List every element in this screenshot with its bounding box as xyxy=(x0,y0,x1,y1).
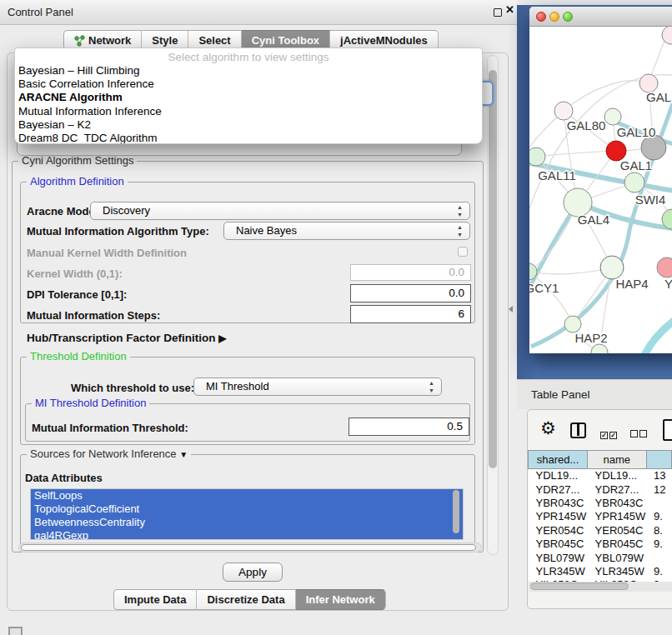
attribute-list-item[interactable]: BetweennessCentrality xyxy=(31,516,463,529)
new-table-icon[interactable] xyxy=(663,419,672,441)
manual-kernel-checkbox[interactable] xyxy=(458,247,468,257)
select-all-icon[interactable]: ✓✓ xyxy=(600,426,619,441)
table-cell[interactable] xyxy=(646,496,671,509)
table-cell[interactable]: 9. xyxy=(646,564,671,578)
network-edge[interactable] xyxy=(564,81,649,111)
table-row[interactable]: YPR145WYPR145W9. xyxy=(529,510,672,523)
table-cell[interactable]: YDL19... xyxy=(529,469,588,482)
apply-button[interactable]: Apply xyxy=(223,562,283,582)
network-node[interactable] xyxy=(529,148,545,166)
attribute-list-item[interactable]: SelfLoops xyxy=(31,489,463,502)
table-cell[interactable] xyxy=(646,551,671,564)
algorithm-option[interactable]: Dream8 DC_TDC Algorithm xyxy=(15,132,482,144)
network-node-label: GAL80 xyxy=(567,118,606,132)
sources-legend[interactable]: Sources for Network Inference ▼ xyxy=(27,448,191,460)
tab-discretize-data[interactable]: Discretize Data xyxy=(197,589,295,610)
network-window-titlebar[interactable] xyxy=(529,7,672,27)
column-header-extra[interactable] xyxy=(646,451,671,469)
table-cell[interactable]: 13 xyxy=(646,469,671,482)
network-canvas[interactable]: GALGAL80GAL10GAL1GAL11SWI4GAL4GCY1HAP4YH… xyxy=(529,27,672,353)
network-node[interactable] xyxy=(554,102,573,120)
attributes-scrollbar-thumb[interactable] xyxy=(453,490,459,533)
network-node[interactable] xyxy=(564,316,581,332)
table-cell[interactable]: YBL079W xyxy=(588,551,647,564)
network-node-label: GCY1 xyxy=(529,281,559,295)
network-node[interactable] xyxy=(600,256,624,279)
table-row[interactable]: YLR345WYLR345W9. xyxy=(529,564,672,578)
table-cell[interactable]: YPR145W xyxy=(529,510,588,523)
table-cell[interactable]: YDR27... xyxy=(529,482,588,496)
algorithm-option[interactable]: Mutual Information Inference xyxy=(15,105,482,118)
table-row[interactable]: YDR27...YDR27...12 xyxy=(529,482,672,496)
algorithm-option[interactable]: Basic Correlation Inference xyxy=(15,78,482,91)
kernel-width-field[interactable]: 0.0 xyxy=(350,264,471,281)
gear-icon[interactable]: ⚙ xyxy=(540,418,556,438)
network-edge[interactable] xyxy=(529,272,573,324)
close-panel-icon[interactable]: ✕ xyxy=(505,3,514,16)
mi-steps-field[interactable]: 6 xyxy=(350,305,471,323)
network-node[interactable] xyxy=(624,172,644,192)
table-cell[interactable]: YLR345W xyxy=(529,564,588,578)
network-edge[interactable] xyxy=(644,317,672,353)
table-cell[interactable]: YER054C xyxy=(529,523,588,537)
table-row[interactable]: YDL19...YDL19...13 xyxy=(529,469,672,482)
algorithm-option[interactable]: Bayesian – K2 xyxy=(15,118,482,132)
sources-hscrollbar[interactable] xyxy=(18,542,482,552)
control-panel-titlebar: Control Panel ✕ xyxy=(0,0,517,25)
network-edge[interactable] xyxy=(536,151,616,157)
table-cell[interactable]: YLR345W xyxy=(588,564,647,578)
minimized-panel-icon[interactable] xyxy=(8,627,23,635)
table-cell[interactable]: YDR27... xyxy=(588,482,647,496)
network-node[interactable] xyxy=(662,27,672,44)
sources-hscrollbar-thumb[interactable] xyxy=(21,544,476,551)
network-graph: GALGAL80GAL10GAL1GAL11SWI4GAL4GCY1HAP4YH… xyxy=(529,27,672,353)
tab-impute-data[interactable]: Impute Data xyxy=(113,589,197,610)
algorithm-option[interactable]: Bayesian – Hill Climbing xyxy=(15,64,482,78)
table-cell[interactable]: YBR045C xyxy=(529,537,588,550)
mi-type-select[interactable]: Naive Bayes ▲▼ xyxy=(223,222,470,240)
panel-scrollbar-thumb[interactable] xyxy=(489,70,497,468)
algorithm-option[interactable]: ARACNE Algorithm xyxy=(15,91,482,104)
aracne-mode-select[interactable]: Discovery ▲▼ xyxy=(90,202,470,220)
network-node[interactable] xyxy=(591,344,608,353)
column-header-name[interactable]: name xyxy=(588,451,647,469)
table-hscrollbar[interactable] xyxy=(529,582,672,592)
network-node[interactable] xyxy=(604,108,621,125)
mi-threshold-legend: MI Threshold Definition xyxy=(32,397,149,409)
table-row[interactable]: YBR043CYBR043C xyxy=(529,496,672,509)
dpi-tolerance-field[interactable]: 0.0 xyxy=(350,284,471,302)
deselect-all-icon[interactable] xyxy=(630,426,649,441)
table-cell[interactable]: 9. xyxy=(646,510,671,523)
attribute-list-item[interactable]: gal4RGexp xyxy=(31,529,463,540)
table-cell[interactable]: 12 xyxy=(646,482,671,496)
attribute-list-item[interactable]: TopologicalCoefficient xyxy=(31,502,463,516)
table-cell[interactable]: 8. xyxy=(646,523,671,537)
hub-section-toggle[interactable]: Hub/Transcription Factor Definition ▶ xyxy=(27,332,227,344)
table-row[interactable]: YBL079WYBL079W xyxy=(529,551,672,564)
tab-infer-network[interactable]: Infer Network xyxy=(296,589,386,610)
table-row[interactable]: YBR045CYBR045C9. xyxy=(529,537,672,550)
network-edge[interactable] xyxy=(529,268,612,274)
close-window-icon[interactable] xyxy=(536,12,546,22)
network-node[interactable] xyxy=(657,258,672,278)
table-cell[interactable]: YBR043C xyxy=(529,496,588,509)
table-cell[interactable]: YDL19... xyxy=(588,469,647,482)
float-panel-icon[interactable] xyxy=(494,8,502,17)
table-cell[interactable]: YER054C xyxy=(588,523,647,537)
table-cell[interactable]: YPR145W xyxy=(588,510,647,523)
table-cell[interactable]: YBL079W xyxy=(529,551,588,564)
table-cell[interactable]: 9. xyxy=(646,537,671,550)
table-row[interactable]: YER054CYER054C8. xyxy=(529,523,672,537)
table-cell[interactable]: YBR045C xyxy=(588,537,647,550)
table-hscrollbar-thumb[interactable] xyxy=(530,582,629,590)
data-attributes-list[interactable]: SelfLoopsTopologicalCoefficientBetweenne… xyxy=(30,488,464,540)
algorithm-definition-legend: Algorithm Definition xyxy=(27,175,128,188)
split-panel-icon[interactable] xyxy=(570,422,586,438)
minimize-window-icon[interactable] xyxy=(549,12,559,22)
table-cell[interactable]: YBR043C xyxy=(588,496,647,509)
splitter-collapse-arrow[interactable] xyxy=(509,306,513,312)
zoom-window-icon[interactable] xyxy=(563,12,573,22)
column-header-shared[interactable]: shared... xyxy=(529,451,588,469)
which-threshold-select[interactable]: MI Threshold ▲▼ xyxy=(193,378,442,396)
mi-threshold-field[interactable]: 0.5 xyxy=(349,418,469,436)
